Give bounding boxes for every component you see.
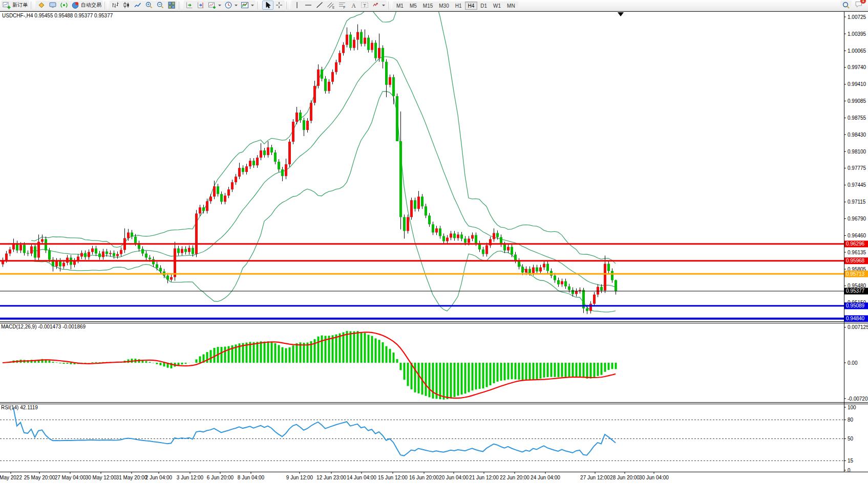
horizontal-line-tool-button[interactable] (303, 1, 314, 10)
candle (288, 142, 291, 164)
templates-button[interactable] (239, 1, 256, 10)
fibonacci-tool-button[interactable]: F (336, 1, 348, 10)
bar-chart-button[interactable] (110, 1, 121, 10)
candle (80, 253, 83, 257)
price-tick-label: 1.00725 (848, 14, 866, 20)
text-label-icon: T (361, 1, 369, 9)
candle (238, 168, 241, 177)
timeframe-button-D1[interactable]: D1 (477, 2, 490, 10)
price-tick-label: 1.00395 (848, 31, 866, 37)
candle (249, 161, 251, 166)
search-button[interactable] (840, 1, 852, 10)
time-axis-label: 14 Jun 04:00 (347, 475, 376, 480)
candle (206, 201, 208, 211)
candle (514, 255, 517, 261)
candle (382, 48, 384, 62)
market-watch-button[interactable] (47, 1, 58, 10)
candle (378, 48, 380, 58)
new-chart-button[interactable] (206, 1, 223, 10)
candle (338, 53, 341, 62)
timeframe-button-H1[interactable]: H1 (452, 2, 465, 10)
zoom-out-icon (156, 1, 164, 9)
macd-panel (3, 331, 616, 400)
new-order-button[interactable]: 新订单 (1, 1, 29, 10)
candle (235, 177, 237, 182)
template-icon (241, 1, 249, 9)
candle (604, 264, 606, 291)
zoom-in-icon (145, 1, 153, 9)
auto-scroll-button[interactable] (184, 1, 195, 10)
candle (256, 158, 259, 165)
candle (403, 217, 406, 231)
timeframe-button-M30[interactable]: M30 (436, 2, 452, 10)
line-chart-button[interactable] (132, 1, 143, 10)
bb-upper-band (31, 0, 616, 263)
chart-shift-button[interactable] (195, 1, 206, 10)
favorites-button[interactable] (36, 1, 47, 10)
candle (285, 164, 287, 176)
price-tag-label: 0.94840 (846, 316, 865, 321)
price-tick-label: 1.00065 (848, 48, 866, 54)
crosshair-tool-button[interactable] (273, 1, 285, 10)
chart-title: USDCHF-,H4 0.95455 0.95488 0.95377 0.953… (2, 13, 113, 18)
candle (116, 254, 119, 256)
chart-canvas[interactable]: 1.007251.003951.000650.997400.994100.990… (0, 0, 868, 484)
candle (105, 252, 108, 254)
auto-trading-button[interactable]: 自动交易 (70, 1, 103, 10)
candle (267, 147, 269, 155)
candle (442, 236, 445, 241)
timeframe-button-M5[interactable]: M5 (407, 2, 420, 10)
horizontal-line-icon (304, 1, 312, 9)
zoom-in-button[interactable] (143, 1, 155, 10)
candle (435, 228, 438, 232)
candle (396, 96, 398, 141)
vertical-line-tool-button[interactable] (291, 1, 303, 10)
candle (62, 263, 65, 267)
signals-button[interactable] (58, 1, 70, 10)
candlestick-chart-button[interactable] (121, 1, 132, 10)
time-axis-label: 3 Jun 12:00 (177, 475, 204, 480)
timeframe-button-W1[interactable]: W1 (490, 2, 504, 10)
candle (468, 238, 470, 243)
candle (389, 77, 391, 85)
text-icon: A (349, 1, 357, 9)
rsi-indicator-label: RSI(14) 42.1119 (1, 405, 38, 410)
candle (109, 253, 112, 254)
periods-button[interactable] (223, 1, 239, 10)
candle (575, 291, 578, 294)
label-tool-button[interactable]: T (359, 1, 370, 10)
zoom-out-button[interactable] (155, 1, 166, 10)
candle (607, 264, 610, 271)
rsi-axis-label: 80 (848, 417, 854, 423)
tile-windows-button[interactable] (166, 1, 177, 10)
rsi-line (13, 407, 616, 456)
notifications-button[interactable]: 1 (855, 0, 863, 10)
timeframe-button-MN[interactable]: MN (504, 2, 518, 10)
candle (579, 290, 581, 291)
time-axis-label: 27 Jun 12:00 (580, 475, 610, 480)
trendline-tool-button[interactable] (314, 1, 325, 10)
timeframe-button-M15[interactable]: M15 (420, 2, 436, 10)
candle (557, 280, 560, 284)
candle (328, 82, 330, 91)
candle (342, 45, 345, 53)
candle (331, 72, 334, 82)
candle (209, 196, 212, 201)
candle (199, 207, 201, 213)
toolbar-separator (31, 2, 34, 9)
time-axis-label: 30 Jun 04:00 (639, 475, 669, 480)
candle (310, 103, 312, 121)
candle (195, 213, 198, 254)
timeframe-toolbar: M1M5M15M30H1H4D1W1MN (393, 1, 518, 10)
arrows-tool-button[interactable] (370, 1, 387, 10)
rsi-axis-label: 100 (848, 405, 856, 410)
time-axis-label: 8 Jun 04:00 (238, 475, 265, 480)
price-tick-label: 0.97445 (848, 182, 866, 188)
channel-tool-button[interactable]: E (325, 1, 336, 10)
text-tool-button[interactable]: A (348, 1, 359, 10)
candle (217, 186, 219, 194)
candle (496, 233, 499, 237)
timeframe-button-M1[interactable]: M1 (393, 2, 407, 10)
cursor-tool-button[interactable] (262, 1, 273, 10)
timeframe-button-H4[interactable]: H4 (465, 2, 478, 10)
